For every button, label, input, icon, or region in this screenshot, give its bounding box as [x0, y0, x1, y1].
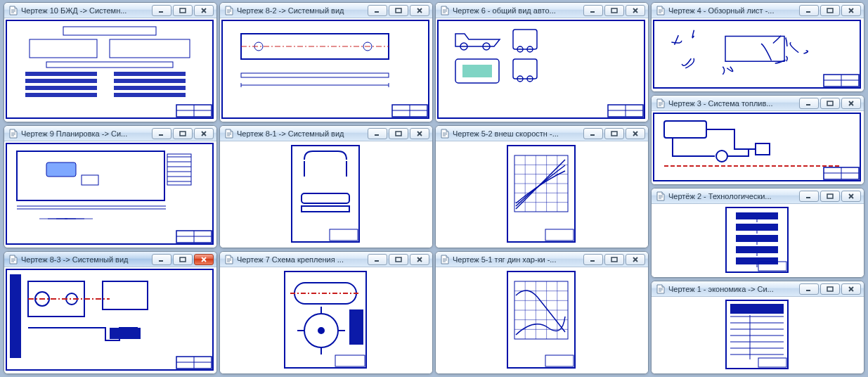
- child-window[interactable]: Чертеж 8-1 -> Системный вид: [219, 125, 433, 248]
- child-window[interactable]: Чертеж 7 Схема крепления ...: [219, 251, 433, 374]
- maximize-button[interactable]: [604, 5, 624, 16]
- child-window[interactable]: Чертеж 8-2 -> Системный вид: [219, 2, 433, 122]
- close-button[interactable]: [626, 254, 645, 265]
- minimize-button[interactable]: [152, 254, 171, 265]
- close-button[interactable]: [841, 98, 861, 109]
- window-titlebar[interactable]: Чертеж 3 - Система топлив...: [652, 96, 864, 111]
- close-button[interactable]: [194, 254, 214, 265]
- close-button[interactable]: [841, 191, 861, 202]
- svg-rect-222: [730, 304, 784, 314]
- window-controls: [583, 128, 645, 139]
- drawing-viewport[interactable]: [652, 111, 864, 184]
- child-window[interactable]: Чертеж 4 - Обзорный лист -...: [651, 2, 864, 92]
- maximize-button[interactable]: [820, 191, 840, 202]
- minimize-button[interactable]: [799, 283, 819, 295]
- svg-rect-133: [590, 134, 595, 136]
- child-window[interactable]: Чертеж 5-2 внеш скоростн -...: [435, 125, 649, 248]
- maximize-button[interactable]: [389, 254, 408, 265]
- maximize-button[interactable]: [820, 283, 840, 295]
- window-controls: [368, 254, 429, 265]
- child-window[interactable]: Чертеж 3 - Система топлив...: [651, 95, 864, 185]
- svg-rect-174: [10, 274, 21, 358]
- close-button[interactable]: [194, 128, 214, 139]
- svg-rect-160: [736, 246, 778, 253]
- window-titlebar[interactable]: Чертеж 4 - Обзорный лист -...: [652, 3, 864, 18]
- maximize-button[interactable]: [173, 128, 193, 139]
- minimize-button[interactable]: [583, 5, 603, 16]
- drawing-viewport[interactable]: [220, 267, 432, 373]
- maximize-button[interactable]: [820, 98, 840, 109]
- window-titlebar[interactable]: Чертеж 7 Схема крепления ...: [220, 252, 432, 267]
- drawing-viewport[interactable]: [4, 267, 216, 373]
- document-icon: [8, 6, 18, 15]
- child-window[interactable]: Чертеж 1 - экономика -> Си...: [651, 281, 864, 374]
- maximize-button[interactable]: [389, 128, 408, 139]
- svg-rect-185: [396, 257, 401, 262]
- window-titlebar[interactable]: Чертеж 5-2 внеш скоростн -...: [436, 126, 648, 141]
- svg-rect-166: [159, 260, 163, 262]
- child-window[interactable]: Чертёж 2 - Технологически...: [651, 188, 864, 278]
- child-window[interactable]: Чертеж 6 - общий вид авто...: [435, 2, 649, 122]
- minimize-button[interactable]: [368, 5, 387, 16]
- child-window[interactable]: Чертеж 9 Планировка -> Си...: [4, 125, 217, 248]
- close-button[interactable]: [841, 283, 861, 295]
- drawing-viewport[interactable]: [652, 297, 864, 373]
- close-button[interactable]: [410, 254, 429, 265]
- close-button[interactable]: [410, 128, 429, 139]
- close-button[interactable]: [626, 128, 645, 139]
- minimize-button[interactable]: [799, 191, 819, 202]
- minimize-button[interactable]: [368, 128, 387, 139]
- window-title: Чертеж 5-2 внеш скоростн -...: [453, 129, 581, 139]
- drawing-viewport[interactable]: [652, 18, 864, 91]
- window-titlebar[interactable]: Чертеж 1 - экономика -> Си...: [652, 281, 864, 297]
- drawing-viewport[interactable]: [436, 141, 648, 248]
- maximize-button[interactable]: [604, 128, 624, 139]
- window-titlebar[interactable]: Чертеж 8-2 -> Системный вид: [220, 3, 432, 18]
- minimize-button[interactable]: [152, 5, 171, 16]
- minimize-button[interactable]: [583, 254, 603, 265]
- window-titlebar[interactable]: Чертеж 5-1 тяг дин хар-ки -...: [436, 252, 648, 267]
- maximize-button[interactable]: [173, 5, 193, 16]
- drawing-viewport[interactable]: [436, 267, 648, 373]
- minimize-button[interactable]: [368, 254, 387, 265]
- drawing-viewport[interactable]: [220, 18, 432, 122]
- window-titlebar[interactable]: Чертеж 10 БЖД -> Системн...: [4, 3, 216, 18]
- window-titlebar[interactable]: Чертёж 2 - Технологически...: [652, 188, 864, 204]
- window-title: Чертеж 4 - Обзорный лист -...: [668, 6, 796, 15]
- minimize-button[interactable]: [583, 128, 603, 139]
- window-titlebar[interactable]: Чертеж 9 Планировка -> Си...: [4, 126, 216, 141]
- drawing-viewport[interactable]: [4, 141, 216, 248]
- svg-rect-218: [827, 287, 833, 291]
- drawing-viewport[interactable]: [436, 18, 648, 122]
- svg-rect-66: [806, 11, 810, 13]
- window-titlebar[interactable]: Чертеж 6 - общий вид авто...: [436, 3, 648, 18]
- svg-rect-167: [180, 257, 186, 262]
- drawing-viewport[interactable]: [4, 18, 216, 122]
- maximize-button[interactable]: [820, 5, 840, 16]
- close-button[interactable]: [194, 5, 214, 16]
- maximize-button[interactable]: [604, 254, 624, 265]
- svg-rect-46: [611, 8, 617, 13]
- close-button[interactable]: [841, 5, 861, 16]
- document-icon: [224, 255, 234, 264]
- drawing-viewport[interactable]: [652, 204, 864, 277]
- document-icon: [656, 191, 666, 201]
- child-window[interactable]: Чертеж 10 БЖД -> Системн...: [4, 2, 217, 122]
- minimize-button[interactable]: [799, 98, 819, 109]
- svg-rect-93: [159, 134, 163, 136]
- svg-rect-15: [25, 72, 97, 76]
- window-titlebar[interactable]: Чертеж 8-1 -> Системный вид: [220, 126, 432, 141]
- maximize-button[interactable]: [173, 254, 193, 265]
- svg-rect-45: [590, 11, 595, 13]
- window-titlebar[interactable]: Чертеж 8-3 -> Системный вид: [4, 252, 216, 267]
- document-icon: [8, 255, 18, 264]
- minimize-button[interactable]: [152, 128, 171, 139]
- close-button[interactable]: [626, 5, 645, 16]
- svg-rect-19: [25, 86, 97, 90]
- drawing-viewport[interactable]: [220, 141, 432, 248]
- child-window[interactable]: Чертеж 8-3 -> Системный вид: [4, 251, 217, 374]
- child-window[interactable]: Чертеж 5-1 тяг дин хар-ки -...: [435, 251, 649, 374]
- maximize-button[interactable]: [389, 5, 408, 16]
- minimize-button[interactable]: [799, 5, 819, 16]
- close-button[interactable]: [410, 5, 429, 16]
